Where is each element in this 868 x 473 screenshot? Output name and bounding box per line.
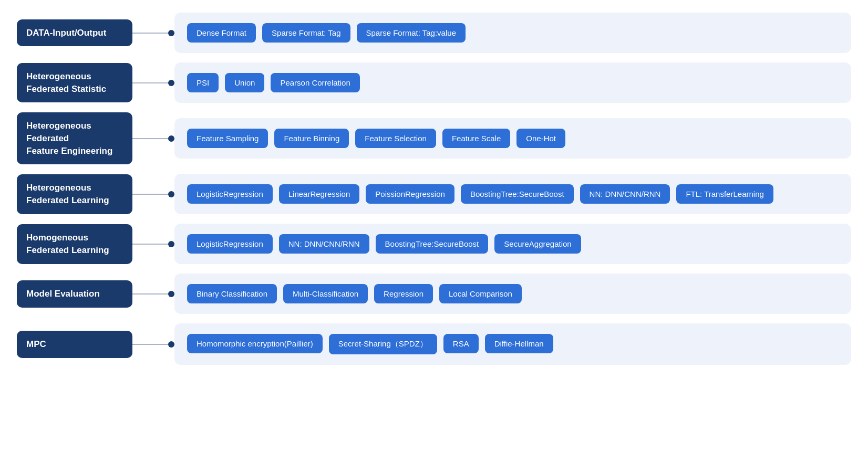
category-het-fed-statistic: Heterogeneous Federated Statistic [17, 63, 132, 103]
item-badge[interactable]: SecureAggregation [494, 234, 581, 254]
connector-het-fed-learning [132, 191, 174, 197]
category-het-fed-feature: Heterogeneous Federated Feature Engineer… [17, 112, 132, 164]
item-badge[interactable]: Feature Binning [274, 129, 349, 148]
item-badge[interactable]: Local Comparison [439, 284, 522, 303]
connector-line [132, 138, 168, 139]
item-badge[interactable]: RSA [443, 334, 479, 353]
item-badge[interactable]: One-Hot [516, 129, 565, 148]
connector-line [132, 344, 168, 345]
connector-dot [168, 135, 174, 142]
item-badge[interactable]: Pearson Correlation [271, 73, 359, 92]
item-badge[interactable]: BoostingTree:SecureBoost [376, 234, 489, 254]
item-badge[interactable]: LogisticRegression [187, 184, 273, 204]
item-badge[interactable]: Diffie-Hellman [485, 334, 553, 353]
item-badge[interactable]: Dense Format [187, 23, 256, 43]
items-panel-het-fed-feature: Feature SamplingFeature BinningFeature S… [174, 118, 851, 159]
item-badge[interactable]: LinearRegression [279, 184, 360, 204]
row-hom-fed-learning: Homogeneous Federated Learning LogisticR… [17, 224, 851, 264]
item-badge[interactable]: FTL: TransferLearning [676, 184, 773, 204]
connector-line [132, 82, 168, 83]
item-badge[interactable]: Sparse Format: Tag [262, 23, 350, 43]
connector-line [132, 194, 168, 195]
items-panel-hom-fed-learning: LogisticRegressionNN: DNN/CNN/RNNBoostin… [174, 224, 851, 264]
item-badge[interactable]: Binary Classification [187, 284, 277, 303]
item-badge[interactable]: Feature Selection [355, 129, 436, 148]
row-mpc: MPC Homomorphic encryption(Paillier)Secr… [17, 323, 851, 365]
connector-line [132, 33, 168, 34]
connector-dot [168, 191, 174, 197]
items-panel-mpc: Homomorphic encryption(Paillier)Secret-S… [174, 323, 851, 365]
item-badge[interactable]: PoissionRegression [366, 184, 454, 204]
item-badge[interactable]: Sparse Format: Tag:value [357, 23, 466, 43]
row-het-fed-learning: Heterogeneous Federated Learning Logisti… [17, 174, 851, 214]
item-badge[interactable]: Homomorphic encryption(Paillier) [187, 334, 323, 353]
item-badge[interactable]: BoostingTree:SecureBoost [461, 184, 574, 204]
items-panel-het-fed-statistic: PSIUnionPearson Correlation [174, 62, 851, 103]
row-het-fed-feature: Heterogeneous Federated Feature Engineer… [17, 112, 851, 164]
connector-dot [168, 291, 174, 297]
row-het-fed-statistic: Heterogeneous Federated Statistic PSIUni… [17, 62, 851, 103]
item-badge[interactable]: Feature Scale [442, 129, 510, 148]
item-badge[interactable]: Regression [374, 284, 433, 303]
item-badge[interactable]: Multi-Classification [283, 284, 368, 303]
connector-line [132, 244, 168, 245]
item-badge[interactable]: NN: DNN/CNN/RNN [580, 184, 670, 204]
items-panel-model-evaluation: Binary ClassificationMulti-Classificatio… [174, 274, 851, 314]
connector-mpc [132, 341, 174, 348]
item-badge[interactable]: NN: DNN/CNN/RNN [279, 234, 369, 254]
items-panel-data-input-output: Dense FormatSparse Format: TagSparse For… [174, 13, 851, 53]
connector-model-evaluation [132, 291, 174, 297]
connector-dot [168, 241, 174, 247]
connector-data-input-output [132, 30, 174, 36]
row-model-evaluation: Model Evaluation Binary ClassificationMu… [17, 274, 851, 314]
connector-dot [168, 341, 174, 348]
connector-dot [168, 80, 174, 86]
category-data-input-output: DATA-Input/Output [17, 19, 132, 47]
item-badge[interactable]: Secret-Sharing（SPDZ） [329, 334, 437, 354]
connector-hom-fed-learning [132, 241, 174, 247]
category-model-evaluation: Model Evaluation [17, 280, 132, 308]
category-het-fed-learning: Heterogeneous Federated Learning [17, 174, 132, 214]
item-badge[interactable]: LogisticRegression [187, 234, 273, 254]
connector-dot [168, 30, 174, 36]
category-mpc: MPC [17, 331, 132, 358]
item-badge[interactable]: Union [225, 73, 264, 92]
item-badge[interactable]: Feature Sampling [187, 129, 268, 148]
items-panel-het-fed-learning: LogisticRegressionLinearRegressionPoissi… [174, 174, 851, 214]
connector-het-fed-statistic [132, 80, 174, 86]
category-hom-fed-learning: Homogeneous Federated Learning [17, 224, 132, 264]
row-data-input-output: DATA-Input/Output Dense FormatSparse For… [17, 13, 851, 53]
connector-het-fed-feature [132, 135, 174, 142]
connector-line [132, 293, 168, 295]
item-badge[interactable]: PSI [187, 73, 219, 92]
